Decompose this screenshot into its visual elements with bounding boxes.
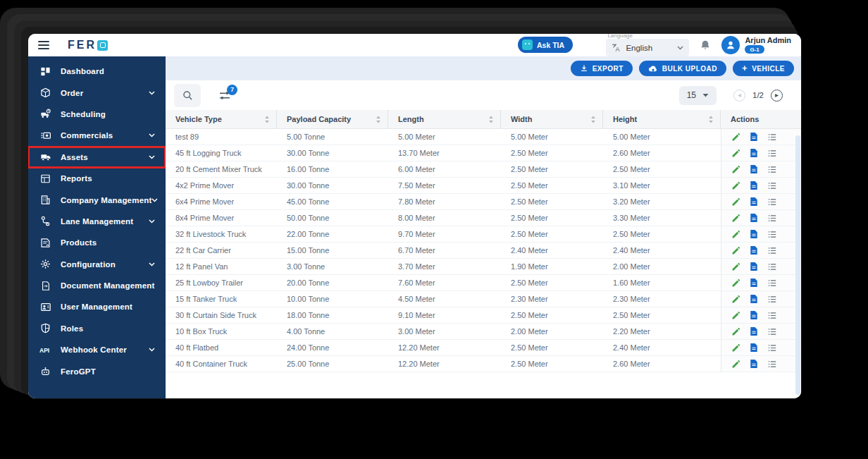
sidebar-item-reports[interactable]: Reports: [28, 168, 166, 189]
sidebar-item-dashboard[interactable]: Dashboard: [28, 61, 166, 82]
details-list-button[interactable]: [767, 327, 777, 336]
cell-payload-capacity: 15.00 Tonne: [277, 246, 388, 255]
sidebar-item-company-management[interactable]: Company Management: [28, 189, 166, 210]
document-button[interactable]: [750, 245, 758, 255]
sidebar-item-assets-highlighted[interactable]: Assets: [28, 147, 166, 168]
document-button[interactable]: [750, 213, 758, 223]
topbar-right-cluster: Language A English Arjun Admin G-1: [606, 34, 791, 56]
edit-button[interactable]: [731, 165, 740, 174]
edit-button[interactable]: [731, 343, 740, 353]
column-header-vehicle-type[interactable]: Vehicle Type: [166, 110, 277, 128]
sidebar-item-order[interactable]: Order: [28, 82, 166, 103]
sort-icon[interactable]: [264, 116, 270, 123]
cell-payload-capacity: 30.00 Tonne: [277, 181, 388, 190]
sidebar-item-lane-management[interactable]: Lane Management: [28, 211, 166, 232]
details-list-button[interactable]: [767, 311, 777, 320]
details-list-button[interactable]: [767, 133, 777, 142]
details-list-button[interactable]: [767, 149, 777, 158]
edit-button[interactable]: [731, 311, 740, 320]
user-menu[interactable]: Arjun Admin G-1: [721, 36, 791, 54]
vertical-scrollbar[interactable]: [795, 135, 800, 395]
details-list-button[interactable]: [767, 197, 777, 207]
table-body: test 895.00 Tonne5.00 Meter5.00 Meter5.0…: [166, 129, 801, 372]
sort-icon[interactable]: [376, 116, 381, 123]
column-header-width[interactable]: Width: [501, 110, 603, 128]
edit-button[interactable]: [731, 133, 740, 142]
cell-vehicle-type: 6x4 Prime Mover: [166, 197, 277, 206]
sidebar-item-webhook-center[interactable]: APIWebhook Center: [28, 339, 166, 360]
fero-logo[interactable]: FER: [68, 39, 108, 51]
document-button[interactable]: [750, 326, 758, 336]
document-button[interactable]: [750, 278, 758, 288]
document-button[interactable]: [750, 262, 758, 271]
details-list-button[interactable]: [767, 262, 777, 271]
export-button[interactable]: EXPORT: [571, 61, 633, 76]
details-list-button[interactable]: [767, 214, 777, 223]
search-icon: [182, 90, 193, 101]
document-button[interactable]: [750, 343, 758, 353]
previous-page-button[interactable]: ◂: [733, 90, 745, 102]
bulk-upload-button[interactable]: BULK UPLOAD: [639, 61, 726, 76]
sidebar-item-user-management[interactable]: User Management: [28, 296, 166, 317]
notification-bell-icon[interactable]: [700, 39, 711, 51]
sidebar-item-document-management[interactable]: Document Management: [28, 275, 166, 296]
cell-payload-capacity: 18.00 Tonne: [277, 311, 388, 319]
edit-button[interactable]: [731, 246, 740, 255]
edit-button[interactable]: [731, 262, 740, 271]
sidebar-item-products[interactable]: Products: [28, 232, 166, 253]
edit-button[interactable]: [731, 197, 740, 207]
cell-actions: [721, 226, 801, 242]
column-header-payload-capacity[interactable]: Payload Capacity: [277, 110, 388, 128]
search-button[interactable]: [174, 84, 201, 107]
sidebar-item-ferogpt[interactable]: FeroGPT: [28, 360, 166, 381]
sidebar-item-configuration[interactable]: Configuration: [28, 254, 166, 275]
list-icon: [767, 327, 777, 336]
edit-button[interactable]: [731, 149, 740, 158]
sidebar-item-commercials[interactable]: Commercials: [28, 125, 166, 146]
details-list-button[interactable]: [767, 343, 777, 353]
document-button[interactable]: [750, 229, 758, 239]
details-list-button[interactable]: [767, 295, 777, 304]
document-button[interactable]: [750, 310, 758, 320]
language-select[interactable]: Language A English: [606, 39, 689, 56]
next-page-button[interactable]: ▸: [771, 90, 783, 102]
edit-button[interactable]: [731, 230, 740, 239]
edit-button[interactable]: [731, 181, 740, 190]
filter-button[interactable]: 7: [219, 90, 230, 101]
details-list-button[interactable]: [767, 279, 777, 288]
sidebar-item-roles[interactable]: Roles: [28, 318, 166, 339]
sort-icon[interactable]: [488, 116, 494, 123]
edit-button[interactable]: [731, 279, 740, 288]
filter-count-badge: 7: [227, 85, 237, 95]
details-list-button[interactable]: [767, 181, 777, 190]
edit-button[interactable]: [731, 214, 740, 223]
add-vehicle-button[interactable]: + VEHICLE: [733, 61, 794, 76]
edit-button[interactable]: [731, 295, 740, 304]
column-header-height[interactable]: Height: [603, 110, 721, 128]
cell-actions: [721, 340, 801, 355]
hamburger-menu-icon[interactable]: [38, 41, 49, 49]
table-row: 12 ft Panel Van3.00 Tonne3.70 Meter1.90 …: [166, 259, 801, 275]
document-button[interactable]: [750, 197, 758, 207]
sidebar-item-scheduling[interactable]: Scheduling: [28, 104, 166, 125]
document-button[interactable]: [750, 180, 758, 190]
column-header-length[interactable]: Length: [388, 110, 501, 128]
document-button[interactable]: [750, 164, 758, 174]
edit-button[interactable]: [731, 327, 740, 336]
edit-pencil-icon: [731, 311, 740, 320]
document-button[interactable]: [750, 148, 758, 158]
details-list-button[interactable]: [767, 230, 777, 239]
edit-button[interactable]: [731, 360, 740, 369]
sidebar-item-label: Document Management: [61, 281, 155, 290]
details-list-button[interactable]: [767, 360, 777, 369]
cell-width: 2.50 Meter: [501, 214, 603, 222]
ask-tia-button[interactable]: Ask TIA: [518, 37, 573, 53]
sort-icon[interactable]: [708, 116, 714, 123]
sort-icon[interactable]: [590, 116, 596, 123]
details-list-button[interactable]: [767, 165, 777, 174]
details-list-button[interactable]: [767, 246, 777, 255]
document-button[interactable]: [750, 132, 758, 142]
document-button[interactable]: [750, 294, 758, 304]
document-button[interactable]: [750, 359, 758, 369]
page-size-select[interactable]: 15: [679, 86, 717, 105]
